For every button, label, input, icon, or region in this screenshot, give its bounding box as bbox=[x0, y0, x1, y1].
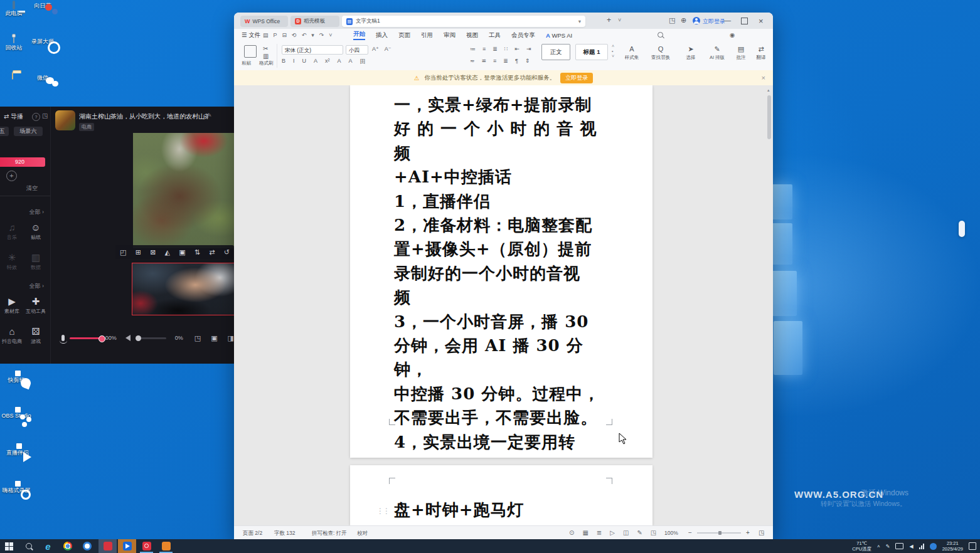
taskbar-chrome[interactable] bbox=[58, 539, 77, 553]
paragraph-icon[interactable]: ≣ bbox=[493, 46, 498, 52]
format-painter-label[interactable]: 格式刷 bbox=[259, 60, 274, 66]
document-page-2[interactable]: ⋮⋮ 盘+时钟+跑马灯 bbox=[350, 465, 652, 525]
tool-music[interactable]: ♫ 音乐 bbox=[0, 222, 24, 241]
taskbar-live-companion-active[interactable] bbox=[118, 539, 136, 553]
cut-icon[interactable]: ✂ bbox=[263, 45, 268, 52]
edit-title-icon[interactable]: ✎ bbox=[207, 112, 212, 118]
popout-icon[interactable]: ◳ bbox=[42, 112, 48, 119]
copy-icon[interactable]: ▥ bbox=[263, 53, 269, 60]
tray-app-icon[interactable] bbox=[930, 543, 937, 550]
tab-home[interactable]: 开始 bbox=[353, 30, 365, 40]
paragraph-icon[interactable]: ⇕ bbox=[525, 58, 530, 64]
tab-view[interactable]: 视图 bbox=[466, 31, 478, 40]
tool-effects[interactable]: ✳ 特效 bbox=[0, 252, 24, 271]
section-all-1[interactable]: 全部 › bbox=[29, 208, 45, 216]
status-page[interactable]: 页面 2/2 bbox=[243, 530, 262, 537]
desktop-icon-sunflower[interactable]: 向日葵 bbox=[23, 1, 63, 10]
ribbon-tool-select[interactable]: ➤ 选择 bbox=[677, 45, 705, 61]
notice-close-icon[interactable]: × bbox=[762, 74, 765, 82]
capture-icon[interactable]: ◳ bbox=[194, 334, 201, 342]
paragraph-icon[interactable]: ≡ bbox=[482, 46, 486, 52]
desktop-icon-wechat[interactable]: 微信 bbox=[23, 73, 63, 82]
mic-slider-knob[interactable] bbox=[99, 335, 105, 342]
new-tab-button[interactable]: + bbox=[607, 16, 611, 24]
tab-member[interactable]: 会员专享 bbox=[511, 31, 535, 40]
counter-badge[interactable]: 920 bbox=[0, 157, 45, 167]
paragraph-drag-handle[interactable]: ⋮⋮ bbox=[376, 507, 389, 515]
font-size-icon[interactable]: A⁻ bbox=[385, 46, 391, 52]
tool-sticker[interactable]: ☺ 贴纸 bbox=[24, 222, 48, 241]
director-mode[interactable]: ⇄ 导播 bbox=[4, 112, 23, 121]
paragraph-icon[interactable]: ¶ bbox=[515, 58, 518, 64]
font-format-icon[interactable]: I bbox=[293, 58, 295, 66]
maximize-button[interactable] bbox=[741, 18, 748, 24]
preview-video-selected[interactable] bbox=[132, 263, 235, 315]
font-format-icon[interactable]: A bbox=[314, 58, 317, 66]
gallery-arrow-icon[interactable]: ˄ bbox=[612, 44, 614, 48]
taskbar-edge[interactable]: e bbox=[39, 539, 57, 553]
ribbon-tool-find-replace[interactable]: Q 查找替换 bbox=[647, 45, 674, 61]
tool-data[interactable]: ▥ 数据 bbox=[24, 252, 48, 271]
document-page-1[interactable]: 一，实景+绿布+提前录制 好 的 一 个 小 时 的 音 视 频 +AI+中控插… bbox=[350, 85, 652, 458]
user-avatar[interactable] bbox=[693, 17, 700, 24]
tool-ecommerce[interactable]: ⌂ 抖音电商 bbox=[0, 326, 24, 345]
settings-globe-icon[interactable]: ⊕ bbox=[681, 16, 686, 24]
view-mode-icon[interactable]: ≣ bbox=[597, 529, 602, 536]
paragraph-icon[interactable]: ≂ bbox=[470, 58, 475, 64]
stream-cover-thumb[interactable] bbox=[55, 110, 75, 130]
tab-list-caret[interactable]: ˅ bbox=[618, 17, 621, 23]
close-button[interactable]: × bbox=[759, 16, 764, 26]
page1-text[interactable]: 一，实景+绿布+提前录制 好 的 一 个 小 时 的 音 视 频 +AI+中控插… bbox=[394, 93, 610, 454]
quick-icon[interactable]: ▤ bbox=[263, 32, 269, 38]
taskbar-recorder-app[interactable] bbox=[137, 539, 156, 553]
paragraph-icon[interactable]: ⇥ bbox=[526, 46, 531, 52]
font-format-icon[interactable]: U bbox=[302, 58, 307, 66]
font-format-icon[interactable]: 田 bbox=[360, 58, 366, 66]
font-format-icon[interactable]: A bbox=[338, 58, 341, 66]
view-mode-icon[interactable]: ⊙ bbox=[569, 529, 574, 536]
capture-icon[interactable]: ▣ bbox=[211, 334, 217, 342]
font-name-select[interactable]: 宋体 (正文) bbox=[282, 45, 343, 55]
quick-icon[interactable]: P bbox=[274, 32, 277, 38]
login-link[interactable]: 立即登录 bbox=[703, 18, 725, 26]
tool-media-library[interactable]: ▶ 素材库 bbox=[0, 296, 24, 315]
zoom-value[interactable]: 100% bbox=[664, 530, 678, 536]
search-icon[interactable] bbox=[658, 32, 663, 38]
taskbar-app-active-1[interactable] bbox=[99, 539, 117, 553]
paste-label[interactable]: 粘贴 bbox=[242, 60, 251, 66]
view-mode-icon[interactable]: ◳ bbox=[651, 529, 656, 536]
quick-icon[interactable]: ⟲ bbox=[292, 32, 297, 38]
display-icon[interactable] bbox=[895, 543, 903, 549]
style-normal[interactable]: 正文 bbox=[541, 44, 570, 60]
video-tool-icon[interactable]: ▣ bbox=[179, 248, 185, 256]
view-mode-icon[interactable]: ✎ bbox=[637, 529, 642, 536]
help-icon[interactable]: ? bbox=[32, 113, 40, 121]
status-spellcheck[interactable]: 拼写检查: 打开 bbox=[312, 530, 347, 537]
tab-wps-ai[interactable]: A WPS AI bbox=[546, 32, 572, 39]
status-proofread[interactable]: 校对 bbox=[357, 530, 368, 537]
add-scene-button[interactable]: + bbox=[6, 171, 17, 181]
zoom-slider[interactable] bbox=[697, 532, 741, 534]
tool-games[interactable]: ⚄ 游戏 bbox=[24, 326, 48, 345]
quick-icon[interactable]: ▾ bbox=[311, 32, 314, 38]
cpu-temp-widget[interactable]: 71℃ CPU温度 bbox=[852, 540, 871, 552]
start-button[interactable] bbox=[0, 539, 18, 553]
quick-icon[interactable]: ↷ bbox=[319, 32, 324, 38]
gallery-arrow-icon[interactable]: • bbox=[612, 49, 614, 53]
tab-reference[interactable]: 引用 bbox=[421, 31, 433, 40]
tray-chevron-icon[interactable]: ˄ bbox=[877, 544, 880, 549]
video-tool-icon[interactable]: ⇅ bbox=[194, 248, 200, 256]
zoom-slider-knob[interactable] bbox=[718, 531, 722, 535]
video-tool-icon[interactable]: ◰ bbox=[120, 248, 126, 256]
paragraph-icon[interactable]: ∷ bbox=[504, 46, 508, 52]
status-wordcount[interactable]: 字数 132 bbox=[274, 530, 296, 537]
taskbar-search-button[interactable] bbox=[19, 539, 38, 553]
view-mode-icon[interactable]: ▷ bbox=[610, 529, 615, 536]
scene-tab-six[interactable]: 场景六 bbox=[14, 127, 43, 136]
capture-icon[interactable]: ◨ bbox=[228, 334, 234, 342]
tab-dropdown-icon[interactable]: ▾ bbox=[578, 18, 581, 24]
fullscreen-icon[interactable]: ◳ bbox=[759, 529, 764, 536]
mic-icon[interactable] bbox=[61, 335, 65, 341]
desktop-icon-live-companion[interactable]: 直播伴侣 bbox=[0, 448, 38, 457]
font-format-icon[interactable]: B bbox=[282, 58, 285, 66]
